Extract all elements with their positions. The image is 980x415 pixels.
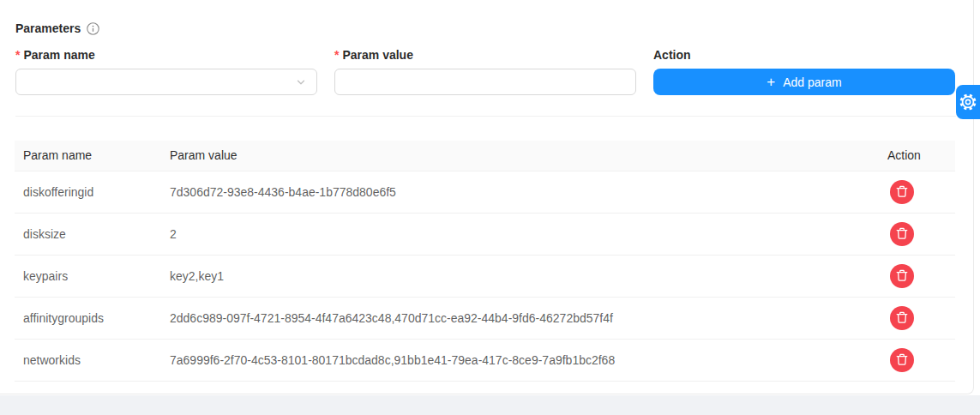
settings-drawer-handle[interactable] [956, 85, 980, 119]
add-param-button[interactable]: + Add param [653, 69, 955, 95]
param-name-select[interactable] [15, 69, 317, 95]
param-name-cell: keypairs [15, 255, 161, 297]
trash-icon [896, 269, 908, 282]
param-name-cell: affinitygroupids [15, 297, 161, 339]
param-value-cell: key2,key1 [161, 255, 879, 297]
parameters-card: Parameters * Param name [0, 0, 974, 394]
param-value-cell: 7d306d72-93e8-4436-b4ae-1b778d80e6f5 [161, 171, 879, 213]
param-form: * Param name * Param value [15, 47, 955, 95]
required-asterisk: * [15, 48, 20, 62]
trash-icon [896, 311, 908, 324]
delete-param-button[interactable] [890, 264, 914, 288]
param-value-input[interactable] [334, 69, 636, 95]
params-table: Param name Param value Action diskofferi… [15, 141, 955, 382]
table-row: disksize 2 [15, 213, 955, 255]
chevron-down-icon [296, 77, 306, 87]
trash-icon [896, 227, 908, 240]
trash-icon [896, 185, 908, 198]
param-name-label: * Param name [15, 47, 317, 63]
table-row: affinitygroupids 2dd6c989-097f-4721-8954… [15, 297, 955, 339]
param-name-cell: disksize [15, 213, 161, 255]
param-name-cell: diskofferingid [15, 171, 161, 213]
add-param-button-label: Add param [783, 75, 841, 89]
param-value-cell: 2 [161, 213, 879, 255]
column-header-param-name: Param name [15, 141, 161, 171]
action-label: Action [653, 47, 955, 63]
trash-icon [896, 353, 908, 366]
param-value-field-group: * Param value [334, 47, 636, 95]
delete-param-button[interactable] [890, 180, 914, 204]
param-value-cell: 7a6999f6-2f70-4c53-8101-80171bcdad8c,91b… [161, 339, 879, 381]
gear-icon [959, 93, 977, 111]
page-title: Parameters [15, 21, 81, 35]
param-name-cell: networkids [15, 339, 161, 381]
column-header-action: Action [879, 141, 955, 171]
divider [15, 116, 956, 117]
delete-param-button[interactable] [890, 222, 914, 246]
required-asterisk: * [334, 48, 339, 62]
page-footer-background [0, 395, 980, 415]
table-header-row: Param name Param value Action [15, 141, 955, 171]
delete-param-button[interactable] [890, 348, 914, 372]
param-value-cell: 2dd6c989-097f-4721-8954-4f47a6423c48,470… [161, 297, 879, 339]
column-header-param-value: Param value [161, 141, 879, 171]
table-row: keypairs key2,key1 [15, 255, 955, 297]
plus-icon: + [767, 75, 775, 89]
info-circle-icon[interactable] [87, 22, 99, 35]
table-row: diskofferingid 7d306d72-93e8-4436-b4ae-1… [15, 171, 955, 213]
param-name-field-group: * Param name [15, 47, 317, 95]
delete-param-button[interactable] [890, 306, 914, 330]
table-row: networkids 7a6999f6-2f70-4c53-8101-80171… [15, 339, 955, 381]
action-field-group: Action + Add param [653, 47, 955, 95]
param-value-label: * Param value [334, 47, 636, 63]
section-header: Parameters [15, 21, 973, 35]
